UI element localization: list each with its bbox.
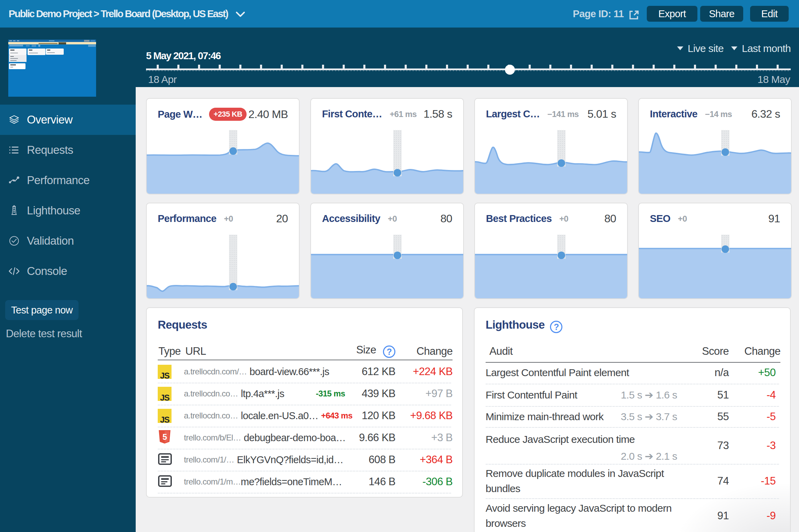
svg-text:5: 5 [163,432,167,441]
